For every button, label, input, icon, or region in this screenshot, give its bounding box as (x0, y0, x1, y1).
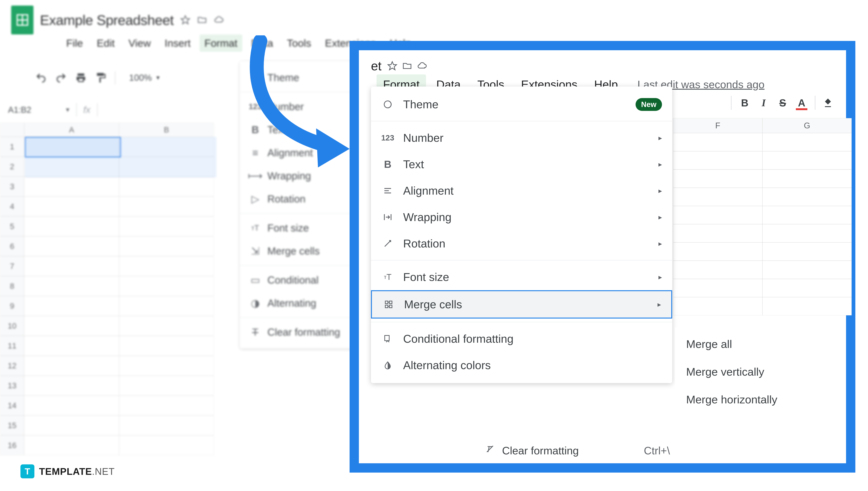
row-header[interactable]: 1 (0, 137, 24, 157)
select-all-corner[interactable] (0, 123, 24, 137)
menu-format[interactable]: Format (199, 34, 242, 52)
rotation-icon (381, 239, 394, 248)
star-icon[interactable] (387, 61, 397, 71)
column-header[interactable]: F (673, 118, 763, 133)
menu-rotation[interactable]: Rotation▸ (371, 230, 672, 257)
column-header[interactable]: G (763, 118, 851, 133)
watermark-icon: T (21, 464, 34, 478)
svg-marker-3 (181, 16, 190, 24)
chevron-right-icon: ▸ (658, 160, 662, 168)
document-title[interactable]: Example Spreadsheet (40, 12, 174, 28)
row-header[interactable]: 10 (0, 316, 24, 336)
fontsize-icon: тT (381, 272, 394, 282)
conditional-formatting-icon (381, 334, 394, 343)
move-to-folder-icon[interactable] (402, 61, 412, 71)
column-header[interactable]: B (119, 123, 214, 137)
merge-horizontally[interactable]: Merge horizontally (675, 386, 846, 413)
row-header[interactable]: 15 (0, 415, 24, 435)
menu-theme[interactable]: ThemeNew (371, 91, 672, 118)
column-header[interactable]: A (24, 123, 119, 137)
spreadsheet-grid[interactable]: A B 1 2 3 4 5 6 7 8 9 10 11 12 13 14 15 … (0, 123, 214, 455)
strikethrough-button[interactable]: S (777, 97, 788, 109)
star-icon[interactable] (180, 15, 190, 25)
chevron-right-icon: ▸ (658, 239, 662, 248)
format-menu-bg: ◐Theme 123Number BText ≡Alignment ⟼Wrapp… (240, 61, 358, 348)
redo-icon[interactable] (55, 72, 67, 84)
menu-conditional-formatting[interactable]: Conditional formatting (371, 326, 672, 352)
print-icon[interactable] (75, 72, 87, 84)
menu-alignment[interactable]: Alignment▸ (371, 177, 672, 204)
cloud-status-icon[interactable] (417, 61, 427, 71)
undo-icon[interactable] (35, 72, 47, 84)
row-header[interactable]: 6 (0, 236, 24, 256)
number-icon: 123 (381, 134, 394, 142)
cloud-status-icon[interactable] (214, 15, 224, 25)
bold-icon: B (381, 158, 394, 170)
fx-label: fx (77, 105, 97, 115)
row-header[interactable]: 9 (0, 296, 24, 316)
new-badge: New (636, 98, 662, 111)
row-header[interactable]: 12 (0, 356, 24, 376)
svg-marker-5 (388, 62, 397, 70)
detail-panel: et Format Data Tools Extensions Help Las… (349, 41, 855, 472)
merge-all[interactable]: Merge all (675, 330, 846, 358)
title-fragment: et (371, 59, 381, 73)
chevron-right-icon: ▸ (658, 134, 662, 142)
wrapping-icon (381, 213, 394, 222)
paint-format-icon[interactable] (95, 72, 106, 84)
alternating-colors-icon (381, 361, 394, 370)
sheets-logo-icon (11, 6, 33, 34)
format-dropdown: ThemeNew 123Number▸ BText▸ Alignment▸ Wr… (371, 87, 672, 383)
menu-clear-formatting[interactable]: Clear formatting (502, 444, 579, 457)
row-header[interactable]: 13 (0, 376, 24, 396)
menu-tools[interactable]: Tools (282, 34, 316, 52)
italic-button[interactable]: I (758, 97, 770, 109)
zoom-selector[interactable]: 100%▼ (124, 71, 166, 85)
svg-rect-12 (385, 336, 389, 341)
menu-insert[interactable]: Insert (160, 34, 195, 52)
chevron-right-icon: ▸ (658, 273, 662, 281)
namebox-dropdown-icon[interactable]: ▼ (65, 107, 71, 113)
clear-formatting-icon (485, 444, 495, 457)
text-color-button[interactable]: A (796, 97, 807, 109)
menu-number[interactable]: 123Number▸ (371, 125, 672, 151)
row-header[interactable]: 14 (0, 396, 24, 415)
chevron-right-icon: ▸ (657, 300, 661, 309)
row-header[interactable]: 3 (0, 177, 24, 197)
move-to-folder-icon[interactable] (197, 15, 207, 25)
row-header[interactable]: 5 (0, 216, 24, 236)
bold-button[interactable]: B (739, 97, 750, 109)
menu-merge-cells[interactable]: Merge cells▸ (371, 290, 672, 319)
menu-edit[interactable]: Edit (92, 34, 120, 52)
row-header[interactable]: 7 (0, 256, 24, 276)
theme-icon (381, 100, 394, 109)
chevron-right-icon: ▸ (658, 213, 662, 221)
name-box[interactable]: A1:B2 (3, 102, 65, 118)
row-header[interactable]: 4 (0, 197, 24, 216)
fill-color-icon[interactable] (823, 98, 833, 108)
row-header[interactable]: 11 (0, 336, 24, 356)
menu-view[interactable]: View (124, 34, 156, 52)
merge-submenu: Merge all Merge vertically Merge horizon… (675, 327, 846, 416)
row-header[interactable]: 2 (0, 157, 24, 177)
menu-wrapping[interactable]: Wrapping▸ (371, 204, 672, 230)
shortcut-label: Ctrl+\ (644, 444, 670, 457)
merge-vertically[interactable]: Merge vertically (675, 358, 846, 386)
menu-data[interactable]: Data (246, 34, 278, 52)
watermark: T TEMPLATE.NET (21, 464, 115, 478)
menu-alternating-colors[interactable]: Alternating colors (371, 352, 672, 378)
row-header[interactable]: 8 (0, 276, 24, 296)
chevron-right-icon: ▸ (658, 186, 662, 195)
menu-file[interactable]: File (61, 34, 88, 52)
alignment-icon (381, 186, 394, 195)
menu-fontsize[interactable]: тTFont size▸ (371, 264, 672, 290)
merge-cells-icon (382, 300, 395, 309)
row-header[interactable]: 16 (0, 435, 24, 455)
menu-text[interactable]: BText▸ (371, 151, 672, 177)
